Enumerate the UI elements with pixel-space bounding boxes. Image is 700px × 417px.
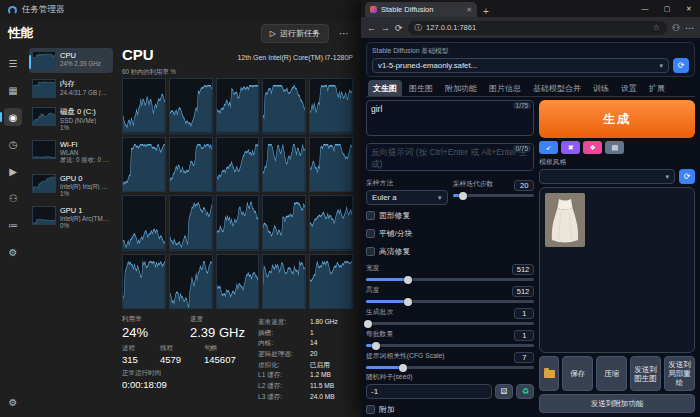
prompt-input[interactable]: girl [366, 100, 534, 136]
negative-token-counter: 0/75 [513, 145, 532, 152]
tm-header: 性能 ▷ 运行新任务 ⋯ [0, 20, 361, 46]
favorite-icon[interactable]: ☆ [653, 23, 660, 32]
width-value[interactable]: 512 [512, 264, 535, 275]
zip-button[interactable]: 压缩 [596, 356, 627, 391]
paste-params-button[interactable]: ↙ [539, 141, 558, 154]
new-tab-button[interactable]: + [477, 6, 495, 17]
address-bar[interactable]: ⓘ 127.0.0.1:7861 ☆ [408, 21, 667, 35]
tab-txt2img[interactable]: 文生图 [368, 80, 402, 96]
sidebar-item-gpu1[interactable]: GPU 1 Intel(R) Arc(TM) A35... 0% [29, 203, 113, 232]
utilization-label: 利用率 [122, 315, 180, 324]
tab-train[interactable]: 训练 [588, 80, 614, 96]
apply-style-button[interactable]: ❖ [583, 141, 602, 154]
batch-count-value[interactable]: 1 [514, 308, 534, 319]
profile-icon[interactable]: ⚇ [672, 23, 680, 33]
cpu-mini-graph [32, 51, 56, 70]
checkpoint-panel: Stable Diffusion 基础模型 v1-5-pruned-emaonl… [366, 42, 695, 77]
send-to-inpaint-button[interactable]: 发送到局部重绘 [664, 356, 695, 391]
cpu-core-graph [122, 137, 166, 193]
seed-input[interactable] [366, 384, 492, 399]
steps-slider[interactable] [453, 194, 535, 197]
cpu-core-graph [216, 195, 260, 251]
extra-seed-checkbox[interactable]: 附加 [366, 402, 534, 417]
random-seed-button[interactable]: ⚄ [495, 384, 513, 399]
checkbox-icon [366, 247, 375, 256]
height-slider[interactable] [366, 300, 534, 303]
folder-icon [544, 370, 555, 378]
processes-value: 315 [122, 354, 150, 365]
sidebar-item-cpu[interactable]: CPU 24% 2.39 GHz [29, 48, 113, 73]
width-label: 宽度 [366, 263, 380, 273]
batch-size-slider[interactable] [366, 344, 534, 347]
processes-icon[interactable]: ▦ [4, 81, 22, 99]
cpu-core-graph [262, 195, 306, 251]
tab-checkpoint-merger[interactable]: 基础模型合并 [528, 80, 586, 96]
tiling-checkbox[interactable]: 平铺/分块 [366, 226, 534, 241]
tab-png-info[interactable]: 图片信息 [484, 80, 526, 96]
tab-settings[interactable]: 设置 [616, 80, 642, 96]
tm-nav-rail: ☰ ▦ ◉ ◷ ▶ ⚇ ≔ ⚙ ⚙ [0, 46, 26, 417]
cfg-scale-value[interactable]: 7 [514, 352, 534, 363]
tab-img2img[interactable]: 图生图 [404, 80, 438, 96]
save-style-button[interactable]: ▤ [605, 141, 624, 154]
gpu0-mini-graph [32, 174, 56, 193]
generated-image-thumbnail[interactable] [545, 193, 585, 247]
save-button[interactable]: 保存 [562, 356, 593, 391]
sidebar-item-wifi[interactable]: Wi-Fi WLAN 发送: 0 接收: 0 Mbps [29, 137, 113, 168]
back-icon[interactable]: ← [367, 23, 376, 33]
tm-more-button[interactable]: ⋯ [335, 28, 353, 39]
sidebar-item-memory[interactable]: 内存 24.4/31.7 GB (76%) [29, 76, 113, 101]
site-info-icon[interactable]: ⓘ [415, 23, 423, 33]
clear-prompt-button[interactable]: ✖ [561, 141, 580, 154]
steps-value[interactable]: 20 [514, 180, 534, 191]
close-button[interactable]: ✕ [678, 0, 700, 17]
width-slider[interactable] [366, 278, 534, 281]
send-to-img2img-button[interactable]: 发送到图生图 [630, 356, 661, 391]
hires-fix-checkbox[interactable]: 高清修复 [366, 244, 534, 259]
tab-close-icon[interactable]: ✕ [466, 6, 472, 14]
refresh-checkpoint-button[interactable]: ⟳ [673, 58, 689, 73]
height-value[interactable]: 512 [512, 286, 535, 297]
speed-label: 速度 [190, 315, 245, 324]
performance-icon[interactable]: ◉ [4, 108, 22, 126]
restore-faces-checkbox[interactable]: 面部修复 [366, 208, 534, 223]
cfg-scale-slider[interactable] [366, 366, 534, 369]
reload-icon[interactable]: ⟳ [395, 23, 403, 33]
batch-count-slider[interactable] [366, 322, 534, 325]
minimize-button[interactable]: — [634, 0, 656, 17]
run-new-task-button[interactable]: ▷ 运行新任务 [261, 24, 329, 43]
threads-label: 线程 [160, 344, 194, 353]
styles-dropdown[interactable]: ▾ [539, 169, 675, 184]
cpu-performance-pane: CPU 12th Gen Intel(R) Core(TM) i7-1280P … [116, 46, 361, 417]
url-text: 127.0.0.1:7861 [426, 23, 476, 32]
browser-menu-icon[interactable]: ⋯ [685, 23, 694, 33]
cpu-core-graph [309, 254, 353, 310]
forward-icon[interactable]: → [381, 23, 390, 33]
sampler-dropdown[interactable]: Euler a ▾ [366, 190, 448, 205]
browser-tab[interactable]: Stable Diffusion ✕ [365, 2, 477, 17]
settings-icon[interactable]: ⚙ [4, 393, 22, 411]
cpu-core-graph [216, 254, 260, 310]
sidebar-item-gpu0[interactable]: GPU 0 Intel(R) Iris(R) Xe Gra... 1% [29, 171, 113, 200]
reuse-seed-button[interactable]: ♻ [516, 384, 534, 399]
open-folder-button[interactable] [539, 356, 559, 391]
refresh-styles-button[interactable]: ⟳ [679, 169, 695, 184]
app-history-icon[interactable]: ◷ [4, 135, 22, 153]
result-action-buttons: 保存 压缩 发送到图生图 发送到局部重绘 [539, 356, 695, 391]
checkpoint-dropdown[interactable]: v1-5-pruned-emaonly.safet... ▾ [372, 58, 669, 73]
tab-extensions[interactable]: 扩展 [644, 80, 670, 96]
services-icon[interactable]: ⚙ [4, 243, 22, 261]
send-to-extras-button[interactable]: 发送到附加功能 [539, 394, 695, 413]
maximize-button[interactable]: ▢ [656, 0, 678, 17]
negative-prompt-input[interactable] [366, 143, 534, 171]
generate-button[interactable]: 生成 [539, 100, 695, 138]
tm-page-title: 性能 [8, 25, 33, 42]
batch-size-value[interactable]: 1 [514, 330, 534, 341]
hamburger-icon[interactable]: ☰ [4, 54, 22, 72]
startup-apps-icon[interactable]: ▶ [4, 162, 22, 180]
tab-extras[interactable]: 附加功能 [440, 80, 482, 96]
sidebar-item-disk0[interactable]: 磁盘 0 (C:) SSD (NVMe) 1% [29, 104, 113, 134]
users-icon[interactable]: ⚇ [4, 189, 22, 207]
chevron-down-icon: ▾ [438, 194, 442, 202]
details-icon[interactable]: ≔ [4, 216, 22, 234]
